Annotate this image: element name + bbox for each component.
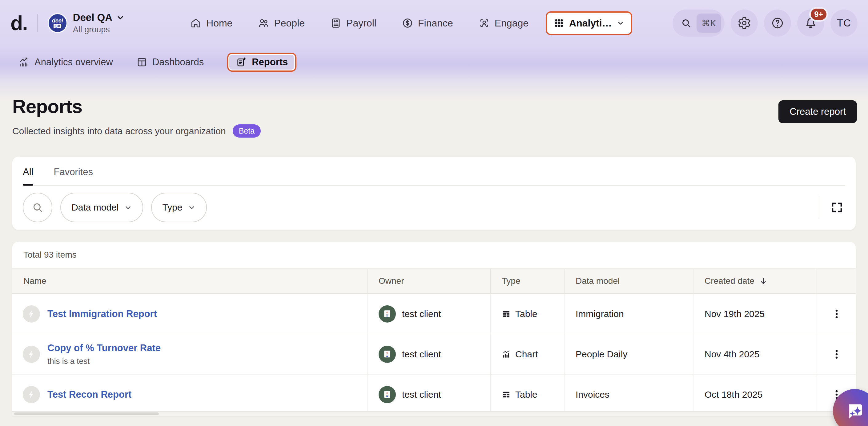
owner-avatar [379,386,396,403]
row-actions-button[interactable] [817,294,856,334]
divider [37,14,38,32]
workspace-name-row: Deel QA [73,12,125,23]
analytics-reports-page: d. deel QA Deel QA All groups Home [0,0,868,426]
table-row[interactable]: Copy of % Turnover Rate this is a test t… [12,334,856,374]
workspace-avatar-text2: QA [54,24,62,28]
nav-item-people[interactable]: People [258,17,305,29]
subnav-label: Analytics overview [34,57,113,68]
page-subtitle-row: Collected insights into data across your… [12,124,856,138]
table-search-button[interactable] [23,193,52,222]
settings-button[interactable] [731,9,758,37]
gear-icon [738,16,751,30]
user-avatar[interactable]: TC [831,9,858,37]
table-row[interactable]: Test Immigration Report test client Tabl… [12,294,856,334]
owner-name: test client [402,309,441,319]
created-date-cell: Nov 19th 2025 [693,294,817,334]
report-type: Chart [515,349,538,360]
row-actions-button[interactable] [817,334,856,374]
subnav-item-reports[interactable]: Reports [227,53,297,72]
data-model-cell: Immigration [564,294,693,334]
workspace-subtitle: All groups [73,25,125,34]
report-description: this is a test [48,357,161,366]
tab-favorites[interactable]: Favorites [54,166,93,185]
type-filter[interactable]: Type [151,193,207,222]
expand-icon [831,201,843,214]
chart-type-icon [502,350,511,359]
table-header: Name Owner Type Data model Created date [12,269,856,294]
bolt-icon [27,390,36,399]
chat-sparkles-icon [843,399,866,422]
notifications-button[interactable]: 9+ [797,9,824,37]
workspace-name: Deel QA [73,12,112,23]
nav-item-payroll[interactable]: Payroll [330,17,376,29]
kebab-menu-icon [831,308,843,320]
nav-item-finance[interactable]: Finance [402,17,453,29]
beta-badge: Beta [233,124,261,138]
filters-card: All Favorites Data model Type [12,157,856,230]
table-row[interactable]: Test Recon Report test client Table Invo… [12,374,856,415]
page-title: Reports [12,96,856,117]
people-icon [258,17,269,29]
scrollbar-thumb[interactable] [14,413,159,415]
filter-right [819,196,845,219]
data-model-filter[interactable]: Data model [60,193,143,222]
search-icon [31,201,44,214]
bolt-icon [27,309,36,318]
analytics-subnav: Analytics overview Dashboards Reports [0,46,868,78]
horizontal-scrollbar[interactable] [12,411,856,416]
column-header-owner[interactable]: Owner [368,269,491,293]
apps-switcher-button[interactable]: Analyti… [546,11,632,35]
report-bolt-avatar [23,305,40,323]
chevron-down-icon [124,204,132,211]
apps-grid-icon [554,18,564,28]
search-shortcut: ⌘K [696,13,721,33]
analytics-overview-icon [19,57,30,68]
workspace-switcher[interactable]: deel QA Deel QA All groups [48,12,125,34]
report-link[interactable]: Copy of % Turnover Rate [48,342,161,353]
nav-label: Engage [495,18,528,29]
dashboards-icon [136,57,148,68]
reports-icon [236,57,247,68]
owner-avatar [379,346,396,363]
engage-icon [478,17,490,29]
top-navbar: d. deel QA Deel QA All groups Home [0,0,868,46]
page-header: Reports Collected insights into data acr… [0,78,868,138]
column-header-data-model[interactable]: Data model [564,269,693,293]
nav-label: People [274,18,305,29]
main-nav: Home People Payroll Finance Engage [190,17,528,29]
global-search[interactable]: ⌘K [673,9,724,37]
column-header-type[interactable]: Type [491,269,564,293]
column-header-name[interactable]: Name [12,269,368,293]
user-initials: TC [837,17,851,29]
owner-avatar [379,305,396,323]
column-header-actions [817,269,856,293]
created-date-cell: Nov 4th 2025 [693,334,817,374]
table-type-icon [502,309,511,318]
subnav-label: Reports [252,57,288,68]
report-link[interactable]: Test Immigration Report [48,308,157,320]
nav-item-home[interactable]: Home [190,17,232,29]
report-type: Table [515,309,537,319]
fullscreen-button[interactable] [829,199,845,216]
help-button[interactable] [764,9,791,37]
top-actions: ⌘K 9+ TC [673,9,858,37]
search-icon [681,18,692,29]
column-header-created-date[interactable]: Created date [693,269,817,293]
report-link[interactable]: Test Recon Report [48,389,131,400]
report-type: Table [515,389,537,400]
subnav-item-dashboards[interactable]: Dashboards [136,57,204,68]
create-report-button[interactable]: Create report [778,100,857,123]
filter-label: Data model [71,202,119,213]
subnav-item-analytics-overview[interactable]: Analytics overview [19,57,113,68]
tabs: All Favorites [23,157,845,186]
reports-table-card: Total 93 items Name Owner Type Data mode… [12,242,856,416]
filter-row: Data model Type [23,186,845,230]
deel-logo[interactable]: d. [10,13,27,33]
nav-item-engage[interactable]: Engage [478,17,528,29]
notification-badge: 9+ [809,7,828,22]
report-bolt-avatar [23,346,40,363]
tab-all[interactable]: All [23,166,33,185]
table-type-icon [502,390,511,399]
chevron-down-icon [617,20,624,27]
workspace-avatar: deel QA [48,13,67,33]
